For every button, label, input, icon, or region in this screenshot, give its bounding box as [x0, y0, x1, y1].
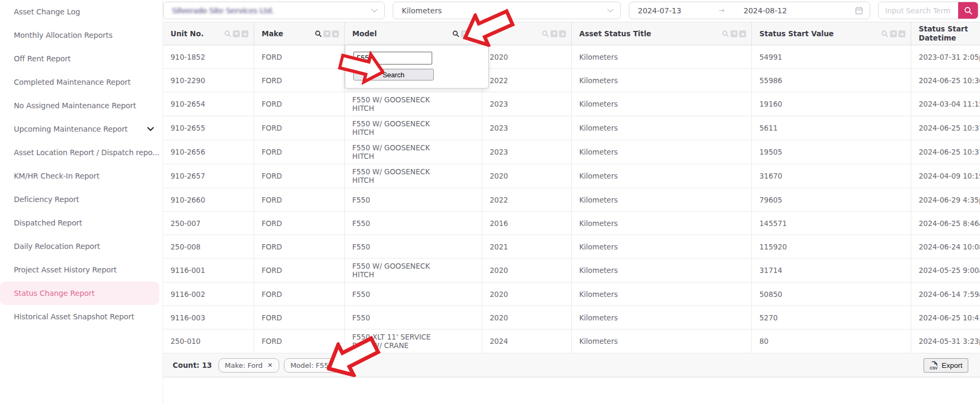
company-select[interactable]: Silverado Site Services Ltd.: [163, 2, 385, 19]
sidebar-item-historical-asset-snapshot-report[interactable]: Historical Asset Snapshot Report: [0, 305, 159, 328]
sort-asc-button[interactable]: [241, 30, 248, 37]
column-search-icon[interactable]: [722, 30, 729, 37]
cell-text: Kilometers: [579, 148, 618, 156]
sidebar-item-deficiency-report[interactable]: Deficiency Report: [0, 188, 159, 211]
cell-text: 2023: [490, 100, 508, 108]
cell-status-start-value: 50850: [752, 283, 911, 305]
column-search-icon[interactable]: [224, 30, 231, 37]
cell-text: 910-2656: [171, 148, 205, 156]
sort-desc-icon: [463, 33, 466, 35]
sort-desc-button[interactable]: [233, 30, 240, 37]
cell-text: 2022: [490, 76, 508, 85]
sort-asc-button[interactable]: [739, 30, 746, 37]
cell-make: FORD: [254, 283, 345, 305]
results-count: Count: 13: [173, 361, 212, 369]
cell-year: 2021: [482, 235, 572, 258]
close-icon[interactable]: ✕: [338, 362, 343, 368]
cell-unit-no: 250-010: [163, 329, 254, 353]
cell-year: 2020: [482, 283, 572, 305]
sort-desc-button[interactable]: [550, 30, 557, 37]
cell-model: F550: [345, 306, 482, 329]
cell-text: 2020: [490, 53, 508, 61]
chevron-down-icon: [147, 125, 154, 133]
sidebar-item-upcoming-maintenance-report[interactable]: Upcoming Maintenance Report: [0, 117, 159, 141]
cell-asset-status: Kilometers: [572, 45, 752, 68]
cell-unit-no: 910-2654: [163, 92, 254, 116]
column-header-asset-status-title: Asset Status Title: [572, 22, 752, 45]
sidebar-item-asset-change-log[interactable]: Asset Change Log: [0, 0, 159, 23]
column-search-icon[interactable]: [542, 30, 549, 37]
model-filter-input[interactable]: [353, 52, 432, 65]
sidebar-item-project-asset-history-report[interactable]: Project Asset History Report: [0, 258, 159, 281]
sort-asc-button[interactable]: [898, 30, 905, 37]
cell-text: Kilometers: [579, 76, 618, 85]
sidebar-item-no-assigned-maintenance-report[interactable]: No Assigned Maintenance Report: [0, 94, 159, 117]
search-button[interactable]: [958, 2, 978, 19]
sort-asc-button[interactable]: [559, 30, 566, 37]
cell-model: F550 W/ GOOSENECK HITCH: [345, 259, 482, 282]
sort-asc-button[interactable]: [332, 30, 339, 37]
date-range-picker[interactable]: 2024-07-13 → 2024-08-12: [629, 2, 870, 19]
toolbar: Silverado Site Services Ltd. Kilometers …: [163, 0, 980, 22]
cell-text: Kilometers: [579, 172, 618, 180]
sidebar-item-asset-location-report-dispatch-repo[interactable]: Asset Location Report / Dispatch repo...: [0, 141, 159, 164]
sort-asc-icon: [561, 33, 564, 35]
table-row: 910-2290FORD2022Kilometers559862024-06-2…: [163, 69, 980, 92]
close-icon[interactable]: ✕: [268, 362, 273, 368]
column-search-icon[interactable]: [881, 30, 888, 37]
sidebar-item-monthly-allocation-reports[interactable]: Monthly Allocation Reports: [0, 23, 159, 47]
column-search-icon[interactable]: [315, 30, 322, 37]
export-button[interactable]: CSV Export: [924, 358, 968, 373]
cell-status-start-value: 19505: [752, 140, 911, 164]
sidebar-item-dispatched-report[interactable]: Dispatched Report: [0, 211, 159, 235]
table-row: 910-2660FORDF5502022Kilometers796052024-…: [163, 188, 980, 212]
unit-type-select[interactable]: Kilometers: [393, 2, 621, 19]
cell-text: FORD: [262, 172, 282, 180]
cell-unit-no: 910-2290: [163, 69, 254, 92]
cell-text: F550: [352, 219, 370, 228]
sort-desc-button[interactable]: [461, 30, 468, 37]
sidebar-item-off-rent-report[interactable]: Off Rent Report: [0, 47, 159, 70]
cell-text: 250-007: [171, 219, 200, 228]
column-search-icon[interactable]: [452, 30, 459, 37]
cell-text: 2024-06-14 7:59am: [919, 290, 980, 299]
cell-text: 2024-06-25 10:37am: [919, 124, 980, 132]
table-row: 9116-002FORDF5502020Kilometers508502024-…: [163, 283, 980, 306]
sidebar-item-status-change-report[interactable]: Status Change Report: [0, 281, 159, 305]
export-button-label: Export: [942, 361, 962, 369]
cell-status-start-datetime: 2024-05-31 3:23pm: [911, 329, 980, 353]
sidebar-item-label: Upcoming Maintenance Report: [14, 125, 127, 133]
search-input[interactable]: [879, 2, 958, 19]
cell-text: F550: [352, 290, 370, 299]
cell-make: FORD: [254, 235, 345, 258]
cell-year: 2023: [482, 116, 572, 140]
cell-text: 9116-002: [171, 290, 205, 299]
filter-chip-make-ford[interactable]: Make: Ford✕: [218, 358, 279, 373]
cell-text: 2024-06-25 10:41am: [919, 313, 980, 322]
sort-desc-button[interactable]: [731, 30, 738, 37]
cell-text: 2023-07-31 2:05pm: [919, 53, 980, 61]
arrow-right-icon: →: [718, 6, 724, 14]
column-header-icons: [315, 30, 339, 37]
cell-model: F550: [345, 188, 482, 211]
sort-desc-button[interactable]: [890, 30, 897, 37]
model-filter-search-button[interactable]: Search: [353, 69, 434, 80]
cell-text: FORD: [262, 219, 282, 228]
cell-unit-no: 910-2660: [163, 188, 254, 211]
cell-status-start-datetime: 2024-06-29 4:35pm: [911, 188, 980, 211]
table-row: 910-1852FORD2020Kilometers549912023-07-3…: [163, 45, 980, 69]
sort-desc-button[interactable]: [323, 30, 330, 37]
cell-unit-no: 9116-003: [163, 306, 254, 329]
sidebar-item-completed-maintenance-report[interactable]: Completed Maintenance Report: [0, 70, 159, 94]
sidebar-item-km-hr-check-in-report[interactable]: KM/HR Check-In Report: [0, 164, 159, 188]
cell-text: 250-008: [171, 243, 200, 251]
sidebar-item-daily-relocation-report[interactable]: Daily Relocation Report: [0, 235, 159, 258]
sidebar-item-label: Status Change Report: [14, 289, 95, 297]
cell-status-start-datetime: 2024-06-25 10:37am: [911, 140, 980, 164]
cell-text: 2024-06-25 10:37am: [919, 148, 980, 156]
cell-asset-status: Kilometers: [572, 259, 752, 282]
sort-asc-button[interactable]: [469, 30, 476, 37]
cell-text: 9116-001: [171, 266, 205, 275]
table-row: 910-2655FORDF550 W/ GOOSENECK HITCH2023K…: [163, 116, 980, 140]
filter-chip-model-f550[interactable]: Model: F550✕: [284, 358, 350, 373]
